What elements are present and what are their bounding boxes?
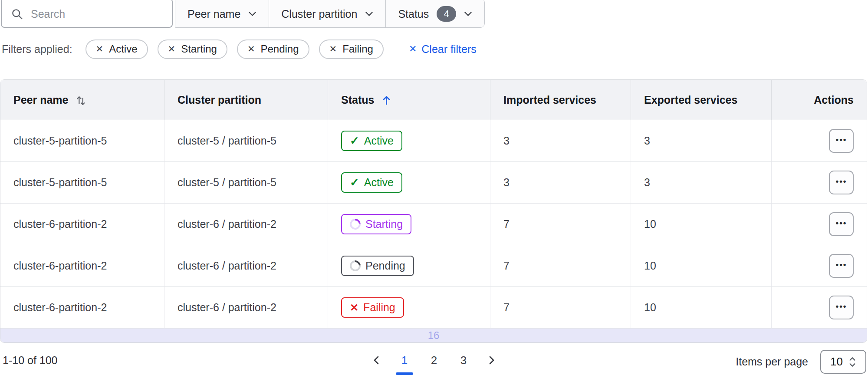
column-label: Peer name	[13, 94, 68, 106]
peer-name-cell: cluster-6-partition-2	[0, 204, 164, 245]
imported-services-cell: 7	[490, 204, 631, 245]
status-dropdown[interactable]: Status 4	[385, 0, 484, 27]
column-header-status[interactable]: Status	[328, 80, 490, 120]
filter-chip-active[interactable]: ✕ Active	[85, 39, 148, 59]
column-header-cluster-partition[interactable]: Cluster partition	[164, 80, 328, 120]
clear-filters-icon: ✕	[409, 43, 417, 55]
cluster-partition-cell: cluster-6 / partition-2	[164, 245, 328, 286]
items-per-page-control: Items per page 10	[736, 350, 866, 374]
column-header-peer-name[interactable]: Peer name	[0, 80, 164, 120]
row-actions-button[interactable]: •••	[829, 254, 854, 278]
row-actions-button[interactable]: •••	[829, 296, 854, 319]
peer-name-cell: cluster-6-partition-2	[0, 287, 164, 328]
status-badge: Active	[341, 131, 402, 151]
status-count-badge: 4	[437, 6, 456, 22]
page-button-3[interactable]: 3	[452, 350, 475, 371]
status-badge: Active	[341, 172, 402, 193]
status-badge-label: Pending	[365, 260, 405, 272]
filter-chip-pending[interactable]: ✕ Pending	[237, 39, 309, 59]
cluster-partition-cell: cluster-5 / partition-5	[164, 162, 328, 203]
status-check-icon	[350, 176, 359, 189]
status-check-icon	[350, 134, 359, 148]
exported-services-cell: 3	[631, 162, 771, 203]
sort-both-icon	[75, 94, 87, 106]
status-cell: Active	[328, 120, 490, 161]
clear-filters-button[interactable]: ✕ Clear filters	[409, 43, 477, 56]
column-header-exported-services: Exported services	[631, 80, 771, 120]
clear-filters-label: Clear filters	[421, 43, 476, 56]
pagination-bar: 1-10 of 100 1 2 3 Items per page 10	[0, 346, 868, 375]
exported-services-cell: 10	[631, 204, 771, 245]
table-row: cluster-6-partition-2 cluster-6 / partit…	[0, 204, 867, 245]
status-spinner-icon	[348, 258, 363, 273]
filter-chip-label: Starting	[181, 43, 217, 55]
page-button-2[interactable]: 2	[423, 350, 445, 371]
status-dropdown-label: Status	[398, 8, 429, 20]
filters-applied-label: Filters applied:	[2, 43, 72, 56]
table-row: cluster-5-partition-5 cluster-5 / partit…	[0, 162, 867, 204]
table-overflow-indicator: 16	[0, 329, 867, 342]
column-header-actions: Actions	[771, 80, 867, 120]
ellipsis-icon: •••	[836, 135, 847, 146]
row-actions-button[interactable]: •••	[829, 212, 854, 236]
status-x-icon	[350, 302, 358, 314]
imported-services-cell: 3	[490, 162, 631, 203]
previous-page-button[interactable]	[367, 350, 386, 371]
row-actions-button[interactable]: •••	[829, 129, 854, 153]
peers-table: Peer name Cluster partition Status	[0, 79, 867, 343]
column-label: Imported services	[503, 94, 596, 106]
chevron-right-icon	[486, 355, 496, 365]
page-button-1[interactable]: 1	[393, 350, 416, 371]
stepper-updown-icon	[848, 356, 856, 368]
status-cell: Active	[328, 162, 490, 203]
sort-ascending-icon	[381, 95, 392, 105]
table-row: cluster-6-partition-2 cluster-6 / partit…	[0, 245, 867, 287]
pagination-range-label: 1-10 of 100	[3, 354, 58, 367]
chevron-left-icon	[372, 355, 382, 365]
ellipsis-icon: •••	[836, 260, 847, 271]
remove-filter-icon: ✕	[247, 44, 255, 54]
remove-filter-icon: ✕	[96, 44, 104, 54]
ellipsis-icon: •••	[836, 219, 847, 230]
filter-chip-label: Pending	[260, 43, 299, 55]
items-per-page-select[interactable]: 10	[820, 350, 866, 374]
chevron-down-icon	[365, 11, 373, 17]
filter-chip-failing[interactable]: ✕ Failing	[319, 39, 384, 59]
filter-chip-label: Failing	[342, 43, 373, 55]
next-page-button[interactable]	[482, 350, 501, 371]
column-label: Exported services	[644, 94, 737, 106]
search-input[interactable]	[31, 8, 167, 20]
column-label: Actions	[814, 94, 854, 106]
status-badge-label: Starting	[365, 218, 403, 230]
actions-cell: •••	[771, 245, 867, 286]
imported-services-cell: 3	[490, 120, 631, 161]
actions-cell: •••	[771, 120, 867, 161]
column-label: Status	[341, 94, 374, 106]
ellipsis-icon: •••	[836, 302, 847, 313]
toolbar: Peer name Cluster partition Status 4	[1, 0, 485, 28]
table-row: cluster-6-partition-2 cluster-6 / partit…	[0, 287, 867, 329]
peer-name-dropdown[interactable]: Peer name	[175, 0, 269, 27]
filter-dropdown-group: Peer name Cluster partition Status 4	[175, 0, 485, 28]
cluster-partition-dropdown[interactable]: Cluster partition	[269, 0, 385, 27]
filter-chip-starting[interactable]: ✕ Starting	[158, 39, 227, 59]
status-spinner-icon	[348, 217, 363, 232]
cluster-partition-cell: cluster-6 / partition-2	[164, 204, 328, 245]
ellipsis-icon: •••	[836, 177, 847, 188]
status-badge: Failing	[341, 297, 404, 318]
search-icon	[11, 8, 23, 20]
table-row: cluster-5-partition-5 cluster-5 / partit…	[0, 120, 867, 162]
status-cell: Pending	[328, 245, 490, 286]
actions-cell: •••	[771, 287, 867, 328]
status-badge-label: Failing	[363, 301, 395, 314]
remove-filter-icon: ✕	[168, 44, 176, 54]
status-cell: Failing	[328, 287, 490, 328]
search-box[interactable]	[1, 0, 173, 28]
chevron-down-icon	[248, 11, 256, 17]
status-cell: Starting	[328, 204, 490, 245]
cluster-partition-dropdown-label: Cluster partition	[281, 8, 357, 20]
remove-filter-icon: ✕	[329, 44, 337, 54]
exported-services-cell: 3	[631, 120, 771, 161]
column-header-imported-services: Imported services	[490, 80, 631, 120]
row-actions-button[interactable]: •••	[829, 171, 854, 194]
